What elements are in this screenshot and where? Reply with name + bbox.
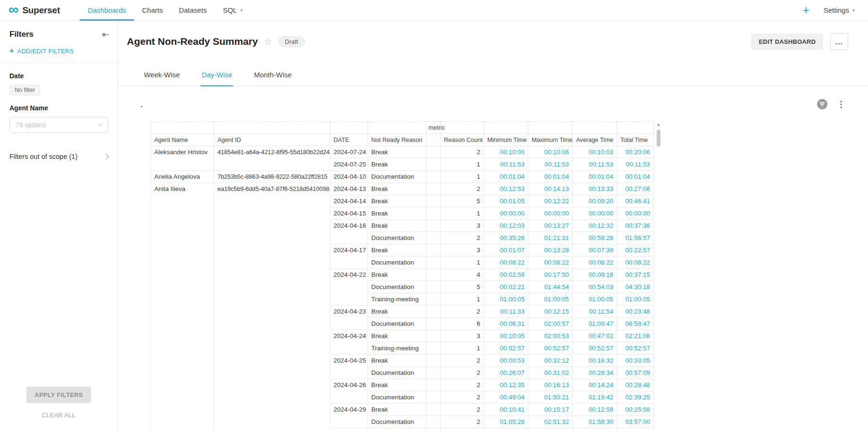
- cell-minimum-time: 00:49:04: [484, 391, 528, 404]
- cell-maximum-time: 00:00:00: [528, 207, 573, 220]
- cell-not-ready-reason: Break: [368, 158, 426, 171]
- table-scrollbar[interactable]: ▲: [655, 121, 662, 147]
- cell-maximum-time: 01:44:54: [528, 281, 573, 293]
- kebab-menu-icon[interactable]: ⋮: [837, 100, 845, 108]
- cell-total-time: 01:00:05: [617, 293, 654, 306]
- cell-minimum-time: 00:00:53: [484, 355, 528, 367]
- scroll-up-icon[interactable]: ▲: [657, 122, 661, 127]
- cell-not-ready-reason: Documentation: [368, 391, 426, 404]
- cell-date: 2024-04-14: [330, 195, 368, 207]
- cell-total-time: 00:27:06: [617, 183, 654, 195]
- cell-reason-count: 2: [441, 416, 484, 428]
- superset-logo[interactable]: ∞ Superset: [8, 0, 60, 20]
- cell-spacer: [426, 269, 441, 281]
- cell-minimum-time: 01:05:28: [484, 416, 528, 428]
- apply-filters-button[interactable]: APPLY FILTERS: [26, 387, 91, 403]
- cell-agent-name: Anita Ilieva: [151, 183, 214, 430]
- cell-spacer: [426, 306, 441, 318]
- cell-not-ready-reason: Break: [368, 207, 426, 220]
- cell-total-time: 00:52:57: [617, 342, 654, 355]
- cell-average-time: 00:16:32: [573, 355, 617, 367]
- cell-reason-count: 3: [441, 220, 484, 232]
- cell-not-ready-reason: Documentation: [368, 318, 426, 330]
- cell-minimum-time: 00:12:53: [484, 183, 528, 195]
- brand-name: Superset: [22, 5, 60, 16]
- cell-maximum-time: 00:12:22: [528, 195, 573, 207]
- header-empty: [330, 122, 368, 134]
- cell-maximum-time: 00:52:57: [528, 342, 573, 355]
- agent-name-select[interactable]: 79 options: [9, 117, 108, 133]
- scrollbar-thumb[interactable]: [657, 130, 660, 147]
- cell-maximum-time: 00:01:04: [528, 171, 573, 183]
- tab-week-wise[interactable]: Week-Wise: [143, 65, 181, 86]
- cell-spacer: [426, 244, 441, 256]
- applied-filters-icon[interactable]: [817, 99, 827, 109]
- cell-spacer: [426, 183, 441, 195]
- chevron-down-icon: ▾: [240, 8, 242, 13]
- nav-item-charts[interactable]: Charts: [134, 0, 171, 20]
- cell-maximum-time: 00:31:02: [528, 367, 573, 379]
- tab-month-wise[interactable]: Month-Wise: [253, 65, 292, 86]
- page-title: Agent Non-Ready Summary: [127, 36, 258, 47]
- cell-spacer: [426, 318, 441, 330]
- cell-date: 2024-04-22: [330, 269, 368, 306]
- header-not-ready-reason: Not Ready Reason: [368, 134, 426, 146]
- clear-all-button[interactable]: CLEAR ALL: [0, 412, 117, 419]
- cell-spacer: [426, 158, 441, 171]
- cell-reason-count: 1: [441, 158, 484, 171]
- cell-spacer: [426, 207, 441, 220]
- cell-reason-count: 2: [441, 367, 484, 379]
- cell-minimum-time: 00:10:10: [484, 428, 528, 430]
- cell-maximum-time: 01:00:05: [528, 293, 573, 306]
- more-options-button[interactable]: ...: [830, 33, 848, 50]
- header-average-time: Average Time: [573, 134, 617, 146]
- settings-menu[interactable]: Settings ▾: [824, 6, 855, 14]
- cell-not-ready-reason: Training-meeting: [368, 342, 426, 355]
- cell-average-time: 00:08:22: [573, 256, 617, 269]
- cell-total-time: 00:39:27: [617, 428, 654, 430]
- tab-day-wise[interactable]: Day-Wise: [200, 65, 233, 86]
- cell-spacer: [426, 195, 441, 207]
- cell-reason-count: 1: [441, 342, 484, 355]
- header-empty: [441, 122, 484, 134]
- cell-minimum-time: 00:02:59: [484, 269, 528, 281]
- dashboard-header: Agent Non-Ready Summary ☆ Draft EDIT DAS…: [118, 21, 868, 50]
- cell-total-time: 03:57:00: [617, 416, 654, 428]
- new-item-button[interactable]: +: [802, 4, 810, 16]
- cell-maximum-time: 00:14:13: [528, 183, 573, 195]
- date-filter-value-tag[interactable]: No filter: [9, 85, 40, 95]
- filters-out-of-scope-toggle[interactable]: Filters out of scope (1): [0, 147, 117, 166]
- superset-app: ∞ Superset Dashboards Charts Datasets SQ…: [0, 0, 868, 430]
- add-edit-filters-button[interactable]: + ADD/EDIT FILTERS: [0, 45, 117, 63]
- table-header-row: Agent Name Agent ID DATE Not Ready Reaso…: [151, 134, 654, 146]
- cell-spacer: [426, 232, 441, 244]
- collapse-sidebar-icon[interactable]: ⇤: [102, 31, 109, 39]
- cell-maximum-time: 02:51:32: [528, 416, 573, 428]
- cell-date: 2024-07-25: [330, 158, 368, 171]
- cell-total-time: 00:25:58: [617, 404, 654, 416]
- cell-total-time: 00:23:48: [617, 306, 654, 318]
- edit-dashboard-button[interactable]: EDIT DASHBOARD: [751, 33, 823, 50]
- cell-maximum-time: 00:08:22: [528, 256, 573, 269]
- header-total-time: Total Time: [617, 134, 654, 146]
- chart-header: . ⋮: [141, 99, 845, 110]
- cell-date: 2024-04-29: [330, 404, 368, 428]
- cell-average-time: 00:52:57: [573, 342, 617, 355]
- nav-item-sql[interactable]: SQL ▾: [215, 0, 250, 20]
- cell-reason-count: 2: [441, 391, 484, 404]
- header-date: DATE: [330, 134, 368, 146]
- cell-spacer: [426, 404, 441, 416]
- cell-minimum-time: 01:00:05: [484, 293, 528, 306]
- table-row: Anita Ilievaea19c5b9-6dd5-40a7-87f6-5218…: [151, 183, 654, 195]
- nav-item-dashboards[interactable]: Dashboards: [80, 0, 134, 20]
- nav-item-datasets[interactable]: Datasets: [171, 0, 215, 20]
- cell-not-ready-reason: Break: [368, 379, 426, 391]
- filters-panel-title: Filters: [9, 30, 33, 39]
- favorite-star-icon[interactable]: ☆: [264, 37, 272, 46]
- table-row: Aleksander Hristov41854e81-a64a-4212-8f9…: [151, 146, 654, 158]
- cell-minimum-time: 00:11:53: [484, 158, 528, 171]
- cell-spacer: [426, 367, 441, 379]
- cell-minimum-time: 00:52:57: [484, 342, 528, 355]
- cell-reason-count: 5: [441, 281, 484, 293]
- cell-not-ready-reason: Documentation: [368, 281, 426, 293]
